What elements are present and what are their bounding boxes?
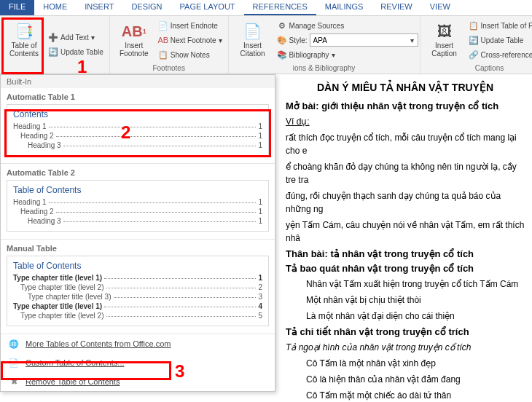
citation-icon: 📄 <box>243 21 263 42</box>
dd-auto2[interactable]: Automatic Table 2 Table of Contents Head… <box>1 164 275 240</box>
marker-1: 1 <box>77 57 87 77</box>
tab-references[interactable]: REFERENCES <box>244 0 316 15</box>
insert-footnote-button[interactable]: AB1 Insert Footnote <box>114 17 154 61</box>
p4: yện Tấm Cám, câu chuyện nói về nhân vật … <box>286 218 525 245</box>
h-sub1: Tả bao quát nhân vật trong truyện cổ tíc… <box>286 263 525 274</box>
b1: Nhân vật Tấm xuất hiện trong truyện cổ t… <box>286 277 525 291</box>
vidu: Ví dụ: <box>286 115 525 128</box>
dd-remove-toc[interactable]: ✖Remove Table of Contents <box>1 372 275 391</box>
manual-preview: Table of Contents Type chapter title (le… <box>7 256 269 326</box>
table-of-contents-button[interactable]: 📑 Table of Contents <box>4 17 44 61</box>
auto1-heading: Contents <box>13 109 262 119</box>
c1: Cô Tấm là một nhân vật xinh đẹp <box>286 357 525 370</box>
manual-heading: Table of Contents <box>13 261 262 271</box>
xref-icon: 🔗 <box>469 50 479 60</box>
insert-tof-button[interactable]: 📋Insert Table of Figures <box>467 19 532 32</box>
biblio-icon: 📚 <box>277 50 287 60</box>
show-notes-button[interactable]: 📋Show Notes <box>157 48 224 61</box>
insert-caption-button[interactable]: 🖼 Insert Caption <box>425 17 464 61</box>
chevron-down-icon[interactable]: ▾ <box>410 36 414 44</box>
bibliography-button[interactable]: 📚Bibliography▾ <box>275 48 415 61</box>
caption-icon: 🖼 <box>434 21 455 42</box>
update-cap-icon: 🔄 <box>469 35 479 45</box>
h-thanbai: Thân bài: tả nhân vật trong truyện cổ tí… <box>286 248 525 259</box>
toc-label: Table of Contents <box>9 42 39 58</box>
b2: Một nhân vật bị chịu thiệt thòi <box>286 293 525 307</box>
group-footnotes: AB1 Insert Footnote 📄Insert Endnote ABNe… <box>110 16 229 74</box>
b3: Là một nhân vật đại diện cho cái thiện <box>286 310 525 323</box>
tab-insert[interactable]: INSERT <box>76 0 122 15</box>
update-table-button[interactable]: 🔄Update Table <box>47 46 105 59</box>
p2: ể choàng khăn đỏ dạy chúng ta không nên … <box>286 160 525 186</box>
chevron-down-icon: ▾ <box>219 36 222 44</box>
tab-review[interactable]: REVIEW <box>372 0 420 15</box>
p1: rất thích đọc truyện cổ tích, mỗi câu tr… <box>286 131 525 157</box>
tab-design[interactable]: DESIGN <box>122 0 171 15</box>
auto2-heading: Table of Contents <box>13 185 262 195</box>
marker-3: 3 <box>175 361 184 382</box>
p3: đúng, rồi chuyện thạch sanh dạy chúng ta… <box>286 189 525 216</box>
dd-builtin-header: Built-In <box>1 75 275 88</box>
auto2-preview: Table of Contents Heading 11 Heading 21 … <box>7 180 269 232</box>
dd-manual[interactable]: Manual Table Table of Contents Type chap… <box>1 240 275 334</box>
insert-citation-button[interactable]: 📄 Insert Citation <box>233 17 273 61</box>
auto1-preview: Contents Heading 11 Heading 21 Heading 3… <box>7 104 269 156</box>
add-text-icon: ➕ <box>48 33 58 43</box>
group-label-footnotes: Footnotes <box>114 64 224 72</box>
dd-custom-toc[interactable]: 📄Custom Table of Contents... <box>1 353 275 372</box>
custom-toc-icon: 📄 <box>8 357 20 368</box>
c3: Cô Tấm mặt một chiếc áo dài tứ thân <box>286 389 525 402</box>
toc-icon: 📑 <box>14 21 34 42</box>
tof-icon: 📋 <box>469 20 479 31</box>
next-fn-icon: AB <box>158 35 168 45</box>
group-label-citations: ions & Bibliography <box>233 64 415 72</box>
dd-auto1[interactable]: Automatic Table 1 Contents Heading 11 He… <box>1 88 275 164</box>
chevron-down-icon: ▾ <box>332 51 335 59</box>
update-caption-button[interactable]: 🔄Update Table <box>467 34 532 47</box>
group-toc: 📑 Table of Contents ➕Add Text▾ 🔄Update T… <box>0 16 110 74</box>
document-area[interactable]: DÀN Ý MIÊU TẢ NHÂN VẬT TRUYỆN Mở bài: gi… <box>275 74 532 402</box>
tab-bar: FILE HOME INSERT DESIGN PAGE LAYOUT REFE… <box>0 0 532 16</box>
manual-title: Manual Table <box>7 244 269 253</box>
manage-sources-button[interactable]: ⚙Manage Sources <box>275 19 415 32</box>
next-footnote-button[interactable]: ABNext Footnote▾ <box>157 34 224 47</box>
h-sub2a: Tả ngoại hình của nhân vật trong truyện … <box>286 341 525 354</box>
tab-view[interactable]: VIEW <box>421 0 459 15</box>
endnote-icon: 📄 <box>158 20 168 31</box>
tab-file[interactable]: FILE <box>0 0 34 15</box>
group-citations: 📄 Insert Citation ⚙Manage Sources 🎨 Styl… <box>229 16 420 74</box>
style-select[interactable] <box>310 34 418 47</box>
auto1-title: Automatic Table 1 <box>7 92 269 101</box>
group-label-captions: Captions <box>425 64 532 72</box>
dd-more-office[interactable]: 🌐More Tables of Contents from Office.com <box>1 334 275 353</box>
remove-toc-icon: ✖ <box>8 376 20 387</box>
h-sub2: Tả chi tiết nhân vật trong truyện cổ trí… <box>286 326 525 337</box>
tab-home[interactable]: HOME <box>34 0 76 15</box>
group-captions: 🖼 Insert Caption 📋Insert Table of Figure… <box>420 16 532 74</box>
h-mobai: Mở bài: giới thiệu nhân vật trong truyện… <box>286 100 525 111</box>
office-icon: 🌐 <box>8 338 20 350</box>
tab-page-layout[interactable]: PAGE LAYOUT <box>171 0 244 15</box>
marker-2: 2 <box>121 122 130 143</box>
show-notes-icon: 📋 <box>158 50 168 60</box>
doc-title: DÀN Ý MIÊU TẢ NHÂN VẬT TRUYỆN <box>286 82 525 93</box>
auto2-title: Automatic Table 2 <box>7 168 269 177</box>
manage-icon: ⚙ <box>277 20 287 31</box>
style-row: 🎨 Style: ▾ <box>275 34 415 47</box>
insert-endnote-button[interactable]: 📄Insert Endnote <box>157 19 224 32</box>
style-icon: 🎨 <box>277 35 287 45</box>
chevron-down-icon: ▾ <box>91 34 95 42</box>
update-icon: 🔄 <box>48 47 58 58</box>
c2: Cô là hiện thân của nhân vật đảm đang <box>286 373 525 386</box>
tab-mailings[interactable]: MAILINGS <box>316 0 372 15</box>
cross-reference-button[interactable]: 🔗Cross-reference <box>467 48 532 61</box>
footnote-icon: AB1 <box>124 21 144 42</box>
add-text-button[interactable]: ➕Add Text▾ <box>47 31 105 44</box>
toc-dropdown: Built-In Automatic Table 1 Contents Head… <box>0 74 275 392</box>
